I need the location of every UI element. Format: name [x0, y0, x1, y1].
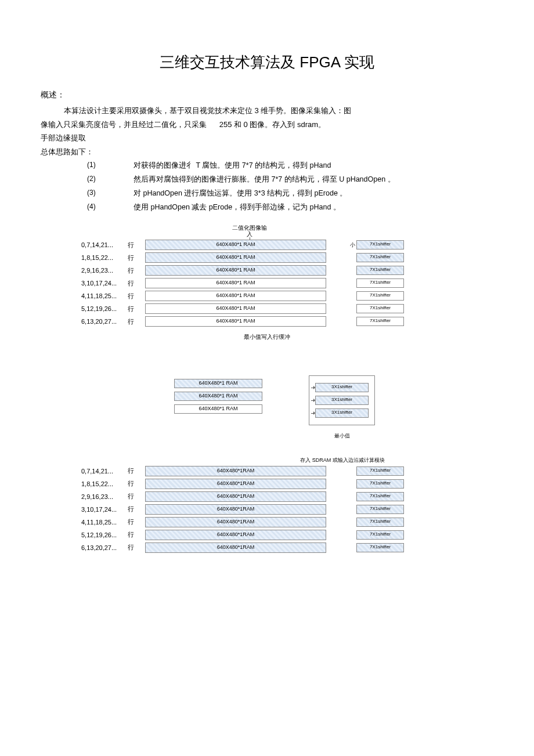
step-item: (3)对 pHandOpen 进行腐蚀运算。使用 3*3 结构元，得到 pEro…	[110, 187, 493, 199]
shifter-block: 7X1shifter	[356, 492, 404, 501]
row-label: 行	[128, 279, 145, 288]
row-label: 行	[128, 254, 145, 262]
ram-block: 640X480*1 RAM	[145, 303, 326, 314]
shifter-block: 7X1shifter	[356, 291, 404, 301]
paragraph-1b-wrap: 像输入只采集亮度信号，并且经过二值化，只采集 255 和 0 图像。存入到 sd…	[41, 119, 493, 131]
row-index: 6,13,20,27...	[81, 544, 128, 551]
row-index: 1,8,15,22...	[81, 254, 128, 261]
diagram-row: 6,13,20,27...行640X480*1RAM7X1shifter	[81, 542, 493, 553]
row-index: 5,12,19,26...	[81, 531, 128, 538]
mid-shifter-block: 3X1shifter	[315, 408, 369, 418]
row-label: 行	[128, 479, 145, 488]
row-label: 行	[128, 266, 145, 275]
paragraph-1c: 255 和 0 图像。存入到 sdram。	[219, 120, 326, 129]
shifter-block: 7X1shifter	[356, 518, 404, 527]
row-label: 行	[128, 305, 145, 313]
row-index: 2,9,16,23...	[81, 267, 128, 274]
row-label: 行	[128, 530, 145, 539]
ram-block: 640X480*1 RAM	[145, 278, 326, 288]
ram-block: 640X480*1 RAM	[145, 252, 326, 263]
shifter-block: 7X1shifter	[356, 278, 404, 288]
shifter-block: 7X1shifter	[356, 543, 404, 552]
diagram-dilate: 0,7,14,21...行640X480*1RAM7X1shifter1,8,1…	[81, 466, 493, 553]
shifter-box: 3X1shifter3X1shifter3X1shifter	[309, 375, 375, 425]
overview-heading: 概述：	[41, 90, 493, 100]
page-title: 三维交互技术算法及 FPGA 实现	[41, 52, 493, 73]
row-index: 0,7,14,21...	[81, 241, 128, 248]
diagram-row: 4,11,18,25...行640X480*1RAM7X1shifter	[81, 517, 493, 527]
ram-block: 640X480*1 RAM	[145, 265, 326, 276]
shifter-block: 7X1shifter	[356, 479, 404, 489]
mid-ram-block: 640X480*1 RAM	[174, 404, 262, 414]
small-label: 小	[344, 241, 355, 249]
row-index: 4,11,18,25...	[81, 292, 128, 299]
row-label: 行	[128, 292, 145, 301]
row-label: 行	[128, 505, 145, 513]
row-index: 3,10,17,24...	[81, 280, 128, 287]
diagram-row: 3,10,17,24...行640X480*1 RAM7X1shifter	[81, 278, 493, 288]
ram-block: 640X480*1RAM	[145, 491, 326, 502]
step-number: (3)	[87, 187, 96, 198]
row-index: 0,7,14,21...	[81, 468, 128, 475]
min-label: 最小值	[309, 432, 375, 440]
diagram-row: 0,7,14,21...行640X480*1 RAM小7X1shifter	[81, 240, 493, 250]
mid-ram-block: 640X480*1 RAM	[174, 392, 262, 401]
row-index: 1,8,15,22...	[81, 480, 128, 487]
row-label: 行	[128, 317, 145, 326]
steps-list: (1)对获得的图像进彳 T 腐蚀。使用 7*7 的结构元，得到 pHand(2)…	[41, 160, 493, 213]
ram-block: 640X480*1RAM	[145, 504, 326, 515]
shifter-block: 7X1shifter	[356, 304, 404, 313]
row-index: 3,10,17,24...	[81, 506, 128, 513]
diagram-row: 2,9,16,23...行640X480*1RAM7X1shifter	[81, 491, 493, 502]
shifter-block: 7X1shifter	[356, 253, 404, 262]
row-label: 行	[128, 466, 145, 475]
row-index: 2,9,16,23...	[81, 493, 128, 500]
diagram-row: 6,13,20,27...行640X480*1 RAM7X1shifter	[81, 316, 493, 327]
shifter-block: 7X1shifter	[356, 466, 404, 476]
ram-block: 640X480*1RAM	[145, 542, 326, 553]
row-index: 4,11,18,25...	[81, 519, 128, 526]
mini-caption: 最小值写入行缓冲	[232, 334, 302, 341]
step-item: (2)然后再对腐蚀得到的图像进行膨胀。使用 7*7 的结构元，得至 U pHan…	[110, 173, 493, 185]
step-number: (4)	[87, 201, 96, 212]
row-index: 5,12,19,26...	[81, 305, 128, 312]
ram-block: 640X480*1 RAM	[145, 316, 326, 327]
paragraph-1a: 本算法设计主要采用双摄像头，基于双目视觉技术来定位 3 维手势。图像采集输入：图	[41, 105, 493, 117]
row-index: 6,13,20,27...	[81, 318, 128, 325]
diagram-row: 1,8,15,22...行640X480*1RAM7X1shifter	[81, 479, 493, 489]
row-label: 行	[128, 492, 145, 501]
diagram-row: 5,12,19,26...行640X480*1 RAM7X1shifter	[81, 303, 493, 314]
diagram-row: 3,10,17,24...行640X480*1RAM7X1shifter	[81, 504, 493, 515]
diagram-top-label: 二值化图像输入	[232, 225, 267, 237]
ram-block: 640X480*1 RAM	[145, 240, 326, 250]
diagram-row: 1,8,15,22...行640X480*1 RAM7X1shifter	[81, 252, 493, 263]
ram-block: 640X480*1RAM	[145, 530, 326, 540]
hand-edge-heading: 手部边缘提取	[41, 132, 493, 144]
step-item: (1)对获得的图像进彳 T 腐蚀。使用 7*7 的结构元，得到 pHand	[110, 160, 493, 171]
row-label: 行	[128, 543, 145, 552]
shifter-block: 7X1shifter	[356, 317, 404, 326]
diagram-row: 5,12,19,26...行640X480*1RAM7X1shifter	[81, 530, 493, 540]
overall-heading: 总体思路如下：	[41, 146, 493, 158]
ram-block: 640X480*1RAM	[145, 466, 326, 476]
ram-block: 640X480*1RAM	[145, 517, 326, 527]
diagram-row: 0,7,14,21...行640X480*1RAM7X1shifter	[81, 466, 493, 476]
diagram-erode: 二值化图像输入 0,7,14,21...行640X480*1 RAM小7X1sh…	[81, 225, 493, 341]
shifter-block: 7X1shifter	[356, 266, 404, 275]
row-label: 行	[128, 518, 145, 526]
mid-shifter-block: 3X1shifter	[315, 396, 369, 405]
mid-ram-block: 640X480*1 RAM	[174, 379, 262, 388]
step-number: (2)	[87, 173, 96, 185]
shifter-block: 7X1shifter	[356, 530, 404, 540]
ram-block: 640X480*1RAM	[145, 479, 326, 489]
diagram-mid: 640X480*1 RAM640X480*1 RAM640X480*1 RAM …	[174, 375, 493, 440]
step-number: (1)	[87, 160, 96, 171]
ram-block: 640X480*1 RAM	[145, 291, 326, 301]
mid-shifter-block: 3X1shifter	[315, 383, 369, 392]
paragraph-1b: 像输入只采集亮度信号，并且经过二值化，只采集	[41, 120, 207, 129]
row-label: 行	[128, 241, 145, 249]
shifter-block: 7X1shifter	[356, 240, 404, 249]
diagram-row: 2,9,16,23...行640X480*1 RAM7X1shifter	[81, 265, 493, 276]
diagram-row: 4,11,18,25...行640X480*1 RAM7X1shifter	[81, 291, 493, 301]
shifter-block: 7X1shifter	[356, 505, 404, 514]
